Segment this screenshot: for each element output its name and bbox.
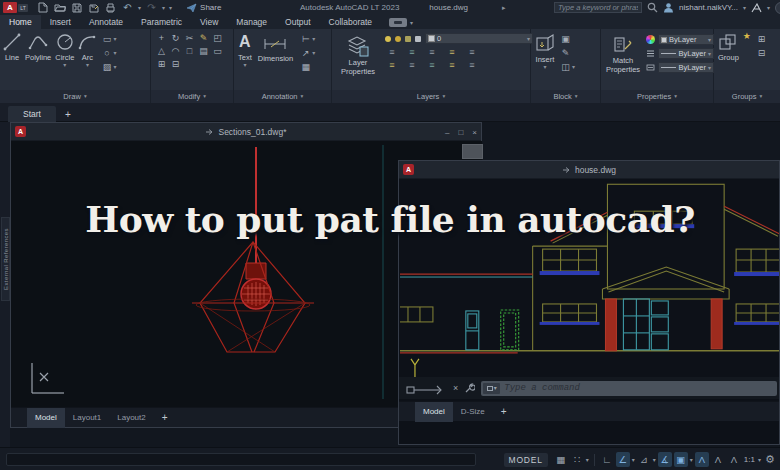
ribbon-tab-collaborate[interactable]: Collaborate [320, 15, 381, 29]
layer-thaw-icon[interactable] [395, 36, 401, 42]
match-properties-tool[interactable]: Match Properties [604, 31, 642, 74]
isodraft-dropdown-icon[interactable]: ▾ [653, 457, 656, 463]
command-input[interactable] [504, 383, 775, 393]
file-tab-start[interactable]: Start [8, 106, 56, 122]
create-block-icon[interactable]: ▣ [559, 33, 572, 45]
insert-block-tool[interactable]: Insert ▾ [535, 29, 555, 70]
layer-lock-icon[interactable] [405, 36, 411, 42]
rectangle-tool[interactable]: ▭▾ [100, 33, 116, 45]
app-logo[interactable]: A LT [3, 2, 28, 13]
layer-color-icon[interactable] [415, 36, 421, 42]
layer-select-dropdown[interactable]: 0 ▾ [425, 33, 533, 44]
panel-label-layers[interactable]: Layers▾ [332, 90, 530, 103]
isodraft-icon[interactable]: ⊿ [637, 452, 651, 467]
offset-tool-icon[interactable]: □ [183, 45, 196, 57]
user-avatar-icon[interactable] [663, 2, 674, 13]
edit-block-icon[interactable]: ✎ [559, 47, 572, 59]
signed-in-user[interactable]: nishant.naikVY... [679, 3, 738, 12]
ribbon-display-dropdown-icon[interactable]: ▾ [410, 19, 413, 26]
lineweight-dropdown[interactable]: ByLayer ▾ [658, 62, 714, 73]
snap-mode-icon[interactable]: ∷ [570, 452, 584, 467]
block-attributes-tool[interactable]: ◫▾ [559, 61, 575, 73]
layer-tool-icon[interactable]: ≡ [385, 60, 399, 70]
layer-tool-icon[interactable]: ≡ [465, 47, 479, 57]
ribbon-tab-view[interactable]: View [191, 15, 227, 29]
multileader-dropdown-icon[interactable]: ▾ [312, 50, 315, 56]
hatch-tool[interactable]: ▨▾ [100, 61, 116, 73]
color-wheel-icon[interactable] [646, 35, 655, 44]
layer-tool-icon[interactable]: ≡ [445, 47, 459, 57]
layer-on-icon[interactable] [385, 36, 391, 42]
mirror-tool-icon[interactable]: △ [155, 45, 168, 57]
settings-gear-icon[interactable]: ⚙ [763, 452, 777, 467]
autoscale-icon[interactable]: Λ [711, 452, 725, 467]
grid-display-icon[interactable]: ▦ [554, 452, 568, 467]
fillet-tool-icon[interactable]: ◠ [169, 45, 182, 57]
undo-dropdown-icon[interactable]: ▾ [138, 5, 141, 11]
add-layout-button[interactable]: + [162, 412, 168, 423]
layout-tab-layout2[interactable]: Layout2 [109, 408, 153, 428]
search-input[interactable] [554, 2, 642, 13]
osnap-dropdown-icon[interactable]: ▾ [690, 457, 693, 463]
linetype-dropdown[interactable]: ByLayer ▾ [658, 48, 714, 59]
circle-dropdown-icon[interactable]: ▾ [63, 62, 66, 68]
wrench-icon[interactable] [464, 383, 475, 394]
house-window-titlebar[interactable]: A house.dwg [399, 161, 779, 179]
polar-dropdown-icon[interactable]: ▾ [632, 457, 635, 463]
line-tool[interactable]: Line [3, 29, 21, 62]
ribbon-tab-manage[interactable]: Manage [227, 15, 276, 29]
object-snap-icon[interactable]: ▣ [674, 452, 688, 467]
ellipse-tool[interactable]: ○▾ [100, 47, 116, 59]
erase-tool-icon[interactable]: ✎ [197, 32, 210, 44]
autodesk-dropdown-icon[interactable]: ▾ [767, 5, 770, 11]
command-close-icon[interactable]: × [453, 383, 458, 393]
ribbon-tab-annotate[interactable]: Annotate [80, 15, 132, 29]
object-color-dropdown[interactable]: ByLayer ▾ [658, 34, 714, 45]
new-drawing-tab-button[interactable]: + [62, 108, 74, 120]
move-tool-icon[interactable]: + [155, 32, 168, 44]
undo-icon[interactable]: ↶ [121, 2, 134, 14]
osnap-tracking-icon[interactable]: ∡ [658, 452, 672, 467]
polar-tracking-icon[interactable]: ∠ [616, 452, 630, 467]
layer-tool-icon[interactable]: ≡ [405, 60, 419, 70]
layout-tab-model[interactable]: Model [415, 402, 453, 422]
leader-dropdown-icon[interactable]: ▾ [312, 36, 315, 42]
panel-label-draw[interactable]: Draw▾ [0, 90, 150, 103]
layer-tool-icon[interactable]: ≡ [465, 60, 479, 70]
rectangle-dropdown-icon[interactable]: ▾ [113, 36, 116, 42]
rotate-tool-icon[interactable]: ↻ [169, 32, 182, 44]
doc-dropdown-icon[interactable]: ▸ [502, 4, 506, 12]
new-file-icon[interactable] [36, 2, 49, 14]
ribbon-tab-insert[interactable]: Insert [41, 15, 80, 29]
ribbon-tab-output[interactable]: Output [276, 15, 320, 29]
close-button[interactable]: × [472, 128, 477, 137]
scrollbar-box[interactable] [462, 144, 483, 159]
minimize-button[interactable]: – [445, 128, 449, 137]
ortho-mode-icon[interactable]: ∟ [600, 452, 614, 467]
layout-tab-layout1[interactable]: Layout1 [65, 408, 109, 428]
layout-tab-model[interactable]: Model [27, 408, 65, 428]
scale-tool-icon[interactable]: ▭ [211, 45, 224, 57]
panel-label-block[interactable]: Block▾ [531, 90, 600, 103]
sections-window-titlebar[interactable]: A Sections_01.dwg* – □ × [11, 123, 481, 141]
panel-label-groups[interactable]: Groups▾ [714, 90, 780, 103]
redo-icon[interactable]: ↷ [145, 2, 158, 14]
copy-tool-icon[interactable]: ◰ [211, 32, 224, 44]
model-space-button[interactable]: MODEL [504, 453, 548, 467]
scale-dropdown-icon[interactable]: ▾ [758, 457, 761, 463]
arc-dropdown-icon[interactable]: ▾ [86, 62, 89, 68]
status-command-bar[interactable] [6, 453, 476, 466]
search-icon[interactable] [647, 2, 658, 13]
ribbon-tab-home[interactable]: Home [0, 15, 41, 29]
panel-label-properties[interactable]: Properties▾ [601, 90, 713, 103]
text-dropdown-icon[interactable]: ▾ [243, 62, 246, 68]
notification-icon[interactable] [775, 2, 780, 14]
annotation-scale-icon[interactable]: Λ [727, 452, 741, 467]
open-folder-icon[interactable] [53, 2, 66, 14]
user-dropdown-icon[interactable]: ▾ [743, 5, 746, 11]
polyline-tool[interactable]: Polyline [25, 29, 51, 62]
ribbon-display-toggle[interactable] [389, 18, 407, 27]
snap-dropdown-icon[interactable]: ▾ [586, 457, 589, 463]
autodesk-logo-icon[interactable] [751, 3, 762, 13]
dimension-tool[interactable]: Dimension [258, 29, 293, 63]
